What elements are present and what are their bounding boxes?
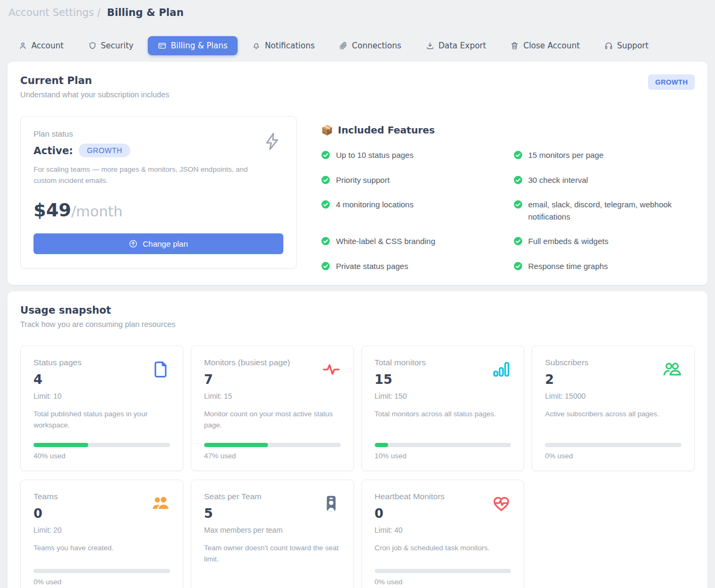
tab-label: Billing & Plans [171,41,228,51]
change-plan-label: Change plan [142,239,188,248]
tab-account[interactable]: Account [9,36,74,55]
shield-icon [88,41,97,50]
bolt-icon [263,131,281,152]
usage-percent-label: 0% used [33,578,170,586]
current-plan-section: Current Plan Understand what your subscr… [7,62,708,285]
credit-card-icon [158,41,166,50]
progress-track [375,569,511,573]
tab-data-export[interactable]: Data Export [416,36,497,55]
check-circle-icon [321,237,330,246]
feature-label: Priority support [336,174,390,187]
change-plan-button[interactable]: Change plan [33,233,283,254]
usage-percent-label: 0% used [545,452,682,460]
progress-track [33,443,170,447]
feature-label: White-label & CSS branding [336,236,435,248]
package-icon: 📦 [321,124,333,136]
tab-support[interactable]: Support [594,36,659,55]
current-plan-subtitle: Understand what your subscription includ… [20,90,169,99]
usage-card-value: 0 [33,506,62,521]
usage-card-description: Monitor count on your most active status… [204,409,341,431]
tab-billing-plans[interactable]: Billing & Plans [148,36,238,55]
feature-item: email, slack, discord, telegram, webhook… [514,199,695,223]
feature-item: Full embeds & widgets [514,236,695,248]
usage-progress: 40% used [33,431,170,460]
activity-icon [322,360,341,379]
usage-card-value: 15 [375,372,426,387]
feature-item: White-label & CSS branding [321,236,503,248]
tab-security[interactable]: Security [78,36,144,55]
usage-card-description: Total published status pages in your wor… [33,409,170,431]
users-outline-icon [662,360,682,379]
tab-label: Data Export [439,41,486,51]
user-icon [19,41,27,50]
feature-label: 15 monitors per page [528,149,604,162]
feature-item: 4 monitoring locations [321,199,503,211]
usage-card-description: Cron job & scheduled task monitors. [375,543,511,554]
usage-card-teams: Teams 0 Limit: 20 Teams you have created… [20,480,183,588]
usage-card-value: 2 [545,372,588,387]
feature-label: 30 check interval [528,174,588,187]
bell-icon [252,41,260,50]
usage-snapshot-section: Usage snapshot Track how you are consumi… [7,291,708,588]
feature-item: Priority support [321,174,503,187]
plan-status-badge: GROWTH [79,144,130,157]
tab-label: Close Account [523,41,579,51]
paperclip-icon [339,41,348,50]
tab-close-account[interactable]: Close Account [500,36,590,55]
usage-card-value: 7 [204,372,290,387]
usage-card-description: Teams you have created. [33,543,170,554]
tab-label: Account [31,41,64,51]
check-circle-icon [321,175,330,184]
tab-label: Security [101,41,134,51]
usage-card-seats-per-team: Seats per Team 5 Max members per team Te… [191,480,354,588]
usage-percent-label: 40% used [33,452,170,460]
tab-connections[interactable]: Connections [329,36,411,55]
breadcrumb-parent[interactable]: Account Settings / [9,6,100,18]
billing-page: Account Settings / Billing & Plan Accoun… [0,0,715,588]
check-circle-icon [514,175,523,184]
usage-card-monitors-busiest-page: Monitors (busiest page) 7 Limit: 15 Moni… [191,346,354,471]
plan-status-value: Active: [33,145,73,156]
usage-percent-label: 0% used [375,578,511,586]
usage-card-limit: Limit: 20 [33,526,62,534]
usage-card-title: Monitors (busiest page) [204,358,290,367]
feature-item: Response time graphs [514,261,695,273]
usage-card-status-pages: Status pages 4 Limit: 10 Total published… [20,346,183,471]
breadcrumb: Account Settings / Billing & Plan [7,6,708,18]
check-circle-icon [514,262,523,271]
usage-card-description: Total monitors across all status pages. [375,409,511,420]
usage-card-value: 5 [204,506,283,521]
plan-price-period: /month [71,203,123,220]
headphones-icon [604,41,613,50]
progress-fill [375,443,389,447]
tab-label: Support [617,41,649,51]
usage-card-title: Heartbeat Monitors [375,492,445,501]
tab-notifications[interactable]: Notifications [242,36,325,55]
check-circle-icon [321,200,330,209]
page-title: Billing & Plan [107,6,183,18]
bar-chart-icon [492,360,511,379]
usage-progress: 47% used [204,431,341,460]
usage-card-subscribers: Subscribers 2 Limit: 15000 Active subscr… [532,346,695,471]
usage-card-limit: Limit: 40 [375,526,445,534]
feature-label: email, slack, discord, telegram, webhook… [528,199,688,223]
usage-title: Usage snapshot [20,304,175,316]
plan-status-label: Plan status [33,129,283,138]
check-circle-icon [514,150,523,159]
usage-card-description: Active subscribers across all pages. [545,409,682,420]
file-icon [151,360,170,379]
users-filled-icon [151,494,170,513]
feature-item: 30 check interval [514,174,695,187]
heart-pulse-icon [492,494,511,513]
usage-card-limit: Max members per team [204,526,283,534]
feature-label: Response time graphs [528,261,608,273]
feature-item: 15 monitors per page [514,149,695,162]
usage-card-description: Team owner doesn't count toward the seat… [204,543,341,565]
current-plan-title: Current Plan [20,74,169,86]
plan-status-card: Plan status Active: GROWTH For scaling t… [20,116,297,268]
usage-subtitle: Track how you are consuming plan resourc… [20,320,175,329]
usage-card-title: Subscribers [545,358,588,367]
progress-track [204,443,341,447]
usage-card-value: 4 [33,372,81,387]
usage-card-limit: Limit: 15 [204,392,290,400]
